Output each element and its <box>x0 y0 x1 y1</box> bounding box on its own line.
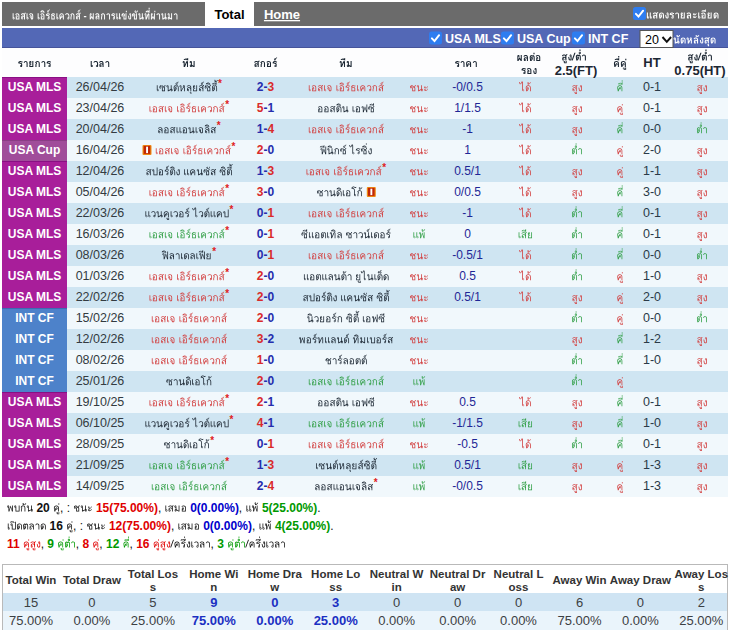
svg-text:15/02/26: 15/02/26 <box>76 311 125 325</box>
svg-text:Total: Total <box>214 7 244 22</box>
svg-text:4(25.00%): 4(25.00%) <box>275 519 330 533</box>
svg-text:0-1: 0-1 <box>643 437 661 451</box>
svg-text:5-1: 5-1 <box>257 101 275 115</box>
svg-text:2-0: 2-0 <box>643 290 661 304</box>
svg-text:Total Win: Total Win <box>6 574 57 586</box>
svg-text:20/04/26: 20/04/26 <box>76 122 125 136</box>
svg-text:08/02/26: 08/02/26 <box>76 353 125 367</box>
svg-text:USA MLS: USA MLS <box>8 206 62 220</box>
svg-text:12/02/26: 12/02/26 <box>76 332 125 346</box>
svg-text:0.00%: 0.00% <box>500 613 537 628</box>
svg-text:USA MLS: USA MLS <box>8 269 62 283</box>
svg-text:Home Wi: Home Wi <box>189 568 238 580</box>
svg-text:oss: oss <box>509 581 529 593</box>
svg-text:,: , <box>130 537 133 551</box>
svg-text:20: 20 <box>36 501 50 515</box>
svg-text:*: * <box>225 393 229 404</box>
svg-text:USA MLS: USA MLS <box>8 122 62 136</box>
svg-text:,: , <box>252 519 255 533</box>
svg-text:3: 3 <box>217 537 224 551</box>
svg-text:2-0: 2-0 <box>643 143 661 157</box>
svg-text:1-0: 1-0 <box>643 353 661 367</box>
svg-text:1-0: 1-0 <box>643 269 661 283</box>
svg-text:0.00%: 0.00% <box>378 613 415 628</box>
svg-text:2-0: 2-0 <box>257 374 275 388</box>
svg-text:*: * <box>212 246 216 257</box>
svg-text:1-3: 1-3 <box>257 164 275 178</box>
svg-text:,: , <box>211 537 214 551</box>
svg-text:2-0: 2-0 <box>257 311 275 325</box>
svg-text:0(0.00%): 0(0.00%) <box>203 519 252 533</box>
svg-text:1-2: 1-2 <box>643 332 661 346</box>
svg-text:0.00%: 0.00% <box>256 613 293 628</box>
svg-text:1: 1 <box>464 143 471 157</box>
svg-text:2-0: 2-0 <box>257 143 275 157</box>
svg-text:-0.5/1: -0.5/1 <box>452 248 483 262</box>
svg-text:0.00%: 0.00% <box>439 613 476 628</box>
svg-text:0.5/1: 0.5/1 <box>454 290 481 304</box>
svg-text:19/10/25: 19/10/25 <box>76 395 125 409</box>
svg-text:n: n <box>210 581 217 593</box>
svg-text:INT CF: INT CF <box>15 374 54 388</box>
svg-text:0: 0 <box>88 595 95 610</box>
svg-text:21/09/25: 21/09/25 <box>76 458 125 472</box>
svg-text:0.00%: 0.00% <box>73 613 110 628</box>
svg-text:.: . <box>330 519 333 533</box>
svg-text:Away Los: Away Los <box>675 568 728 580</box>
svg-text:,: , <box>158 501 161 515</box>
svg-text:*: * <box>225 456 229 467</box>
svg-text:0.5: 0.5 <box>459 269 476 283</box>
svg-text:-1: -1 <box>462 206 473 220</box>
svg-text:*: * <box>230 204 234 215</box>
svg-text:USA MLS: USA MLS <box>8 416 62 430</box>
svg-text:INT CF: INT CF <box>15 311 54 325</box>
svg-text:,: , <box>171 519 174 533</box>
svg-text:26/04/26: 26/04/26 <box>76 80 125 94</box>
svg-text:3-0: 3-0 <box>257 185 275 199</box>
svg-text:*: * <box>225 99 229 110</box>
svg-text:3: 3 <box>332 595 339 610</box>
svg-text:0-1: 0-1 <box>643 206 661 220</box>
svg-text:0-0: 0-0 <box>643 248 661 262</box>
svg-text:1-3: 1-3 <box>643 458 661 472</box>
svg-text:12/04/26: 12/04/26 <box>76 164 125 178</box>
svg-text:*: * <box>225 225 229 236</box>
svg-text:*: * <box>210 435 214 446</box>
svg-text:75.00%: 75.00% <box>192 613 237 628</box>
svg-text:, :: , : <box>73 519 83 533</box>
svg-text:*: * <box>374 477 378 488</box>
svg-text:.: . <box>317 501 320 515</box>
svg-text:1-1: 1-1 <box>643 164 661 178</box>
svg-text:,: , <box>99 537 102 551</box>
svg-text:0-0: 0-0 <box>643 122 661 136</box>
svg-text:*: * <box>225 183 229 194</box>
svg-text:1-0: 1-0 <box>257 353 275 367</box>
svg-text:INT CF: INT CF <box>15 353 54 367</box>
svg-text:16: 16 <box>50 519 64 533</box>
svg-text:0.5/1: 0.5/1 <box>454 458 481 472</box>
svg-text:2-4: 2-4 <box>257 479 275 493</box>
svg-text:0: 0 <box>454 595 461 610</box>
svg-text:2-0: 2-0 <box>257 269 275 283</box>
svg-text:1-0: 1-0 <box>643 416 661 430</box>
svg-text:2-0: 2-0 <box>257 290 275 304</box>
svg-text:23/04/26: 23/04/26 <box>76 101 125 115</box>
svg-text:5: 5 <box>149 595 156 610</box>
svg-text:0: 0 <box>515 595 522 610</box>
svg-text:0-1: 0-1 <box>257 437 275 451</box>
svg-text:USA MLS: USA MLS <box>8 479 62 493</box>
svg-text:0.5: 0.5 <box>459 395 476 409</box>
svg-text:75.00%: 75.00% <box>9 613 54 628</box>
svg-text:6: 6 <box>576 595 583 610</box>
svg-text:USA MLS: USA MLS <box>8 101 62 115</box>
svg-text:25.00%: 25.00% <box>679 613 724 628</box>
svg-text:-0/0.5: -0/0.5 <box>452 479 483 493</box>
svg-text:08/03/26: 08/03/26 <box>76 248 125 262</box>
svg-text:USA MLS: USA MLS <box>445 32 501 46</box>
svg-text:USA MLS: USA MLS <box>8 185 62 199</box>
svg-text:9: 9 <box>210 595 217 610</box>
svg-text:USA Cup: USA Cup <box>9 143 61 157</box>
svg-text:1-3: 1-3 <box>643 479 661 493</box>
svg-text:5(25.00%): 5(25.00%) <box>262 501 317 515</box>
svg-text:Away Win: Away Win <box>552 574 606 586</box>
